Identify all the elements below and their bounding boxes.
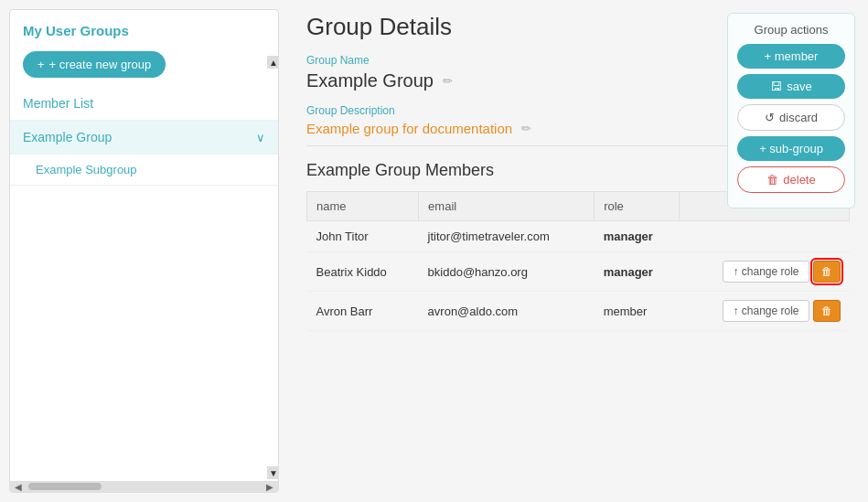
main-content: Group actions + member 🖫 save ↺ discard …: [288, 0, 868, 502]
group-description-text: Example group for documentation: [306, 121, 512, 136]
member-email: bkiddo@hanzo.org: [419, 252, 595, 292]
add-subgroup-label: + sub-group: [759, 142, 823, 155]
horizontal-scrollbar[interactable]: ◀ ▶: [10, 481, 278, 492]
table-row: John Titorjtitor@timetraveler.commanager: [307, 221, 850, 252]
sidebar-item-example-group[interactable]: Example Group ∨: [10, 121, 278, 155]
change-role-button[interactable]: ↑ change role: [723, 300, 809, 322]
delete-member-button[interactable]: 🗑: [813, 261, 841, 283]
member-actions: ↑ change role🗑: [680, 252, 850, 292]
plus-icon: +: [38, 58, 45, 71]
discard-icon: ↺: [765, 111, 775, 124]
group-name-edit-icon[interactable]: ✏: [443, 74, 453, 88]
change-role-button[interactable]: ↑ change role: [723, 261, 809, 283]
discard-button[interactable]: ↺ discard: [737, 104, 845, 131]
member-email: avron@aldo.com: [419, 292, 595, 331]
add-member-button[interactable]: + member: [737, 44, 845, 69]
col-header-name: name: [307, 192, 419, 221]
sidebar-item-example-subgroup[interactable]: Example Subgroup: [10, 155, 278, 186]
member-list-label: Member List: [23, 96, 93, 111]
chevron-down-icon: ∨: [256, 131, 265, 144]
member-name: John Titor: [307, 221, 419, 252]
delete-member-button[interactable]: 🗑: [813, 300, 841, 322]
member-role: manager: [595, 252, 680, 292]
member-name: Beatrix Kiddo: [307, 252, 419, 292]
member-email: jtitor@timetraveler.com: [419, 221, 595, 252]
example-subgroup-label: Example Subgroup: [36, 163, 137, 176]
save-label: save: [787, 80, 811, 93]
add-subgroup-button[interactable]: + sub-group: [737, 136, 845, 161]
scroll-right-arrow[interactable]: ▶: [263, 480, 276, 493]
member-name: Avron Barr: [307, 292, 419, 331]
delete-icon: 🗑: [766, 173, 778, 187]
scroll-left-arrow[interactable]: ◀: [12, 480, 25, 493]
members-table: name email role John Titorjtitor@timetra…: [306, 191, 850, 331]
add-member-label: + member: [765, 49, 819, 63]
member-role: manager: [595, 221, 680, 252]
create-group-button[interactable]: + + create new group: [23, 51, 166, 78]
member-actions: [680, 221, 850, 252]
save-button[interactable]: 🖫 save: [737, 74, 845, 99]
sidebar-title: My User Groups: [10, 10, 278, 46]
group-description-edit-icon[interactable]: ✏: [521, 122, 531, 135]
save-icon: 🖫: [770, 80, 782, 93]
discard-label: discard: [779, 111, 818, 124]
scroll-up-arrow[interactable]: ▲: [267, 56, 279, 69]
col-header-role: role: [595, 192, 680, 221]
scrollbar-thumb[interactable]: [28, 483, 102, 490]
table-row: Avron Barravron@aldo.commember↑ change r…: [307, 292, 850, 331]
table-row: Beatrix Kiddobkiddo@hanzo.orgmanager↑ ch…: [307, 252, 850, 292]
member-actions: ↑ change role🗑: [680, 292, 850, 331]
scroll-down-arrow[interactable]: ▼: [267, 466, 279, 479]
create-group-label: + create new group: [49, 58, 152, 71]
group-name-text: Example Group: [306, 70, 434, 91]
group-actions-title: Group actions: [737, 23, 845, 37]
group-actions-panel: Group actions + member 🖫 save ↺ discard …: [727, 13, 855, 208]
delete-label: delete: [783, 173, 815, 187]
delete-group-button[interactable]: 🗑 delete: [737, 166, 845, 193]
member-role: member: [595, 292, 680, 331]
col-header-email: email: [419, 192, 595, 221]
example-group-label: Example Group: [23, 130, 112, 144]
sidebar-list: Member List Example Group ∨ Example Subg…: [10, 87, 278, 492]
sidebar-item-member-list[interactable]: Member List: [10, 87, 278, 121]
sidebar: My User Groups + + create new group Memb…: [9, 9, 279, 493]
